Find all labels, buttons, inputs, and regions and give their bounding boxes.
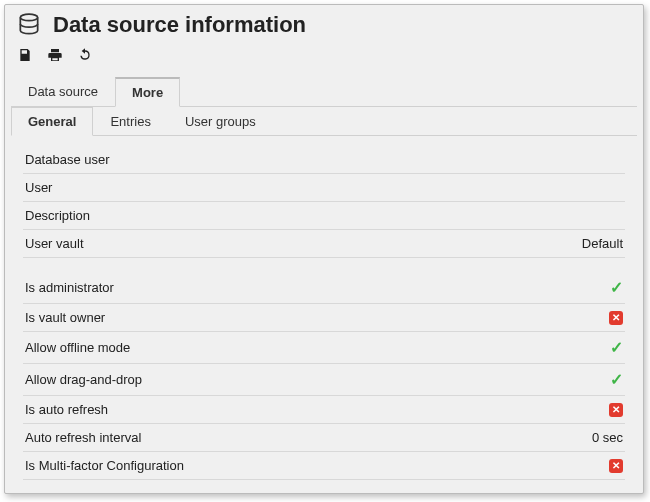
property-row-is-administrator: Is administrator✓ [23, 272, 625, 304]
property-row-is-auto-refresh: Is auto refresh✕ [23, 396, 625, 424]
tabs-secondary: GeneralEntriesUser groups [11, 107, 637, 136]
save-button[interactable] [15, 45, 35, 65]
database-icon [15, 11, 43, 39]
property-row-user-vault: User vaultDefault [23, 230, 625, 258]
property-label: Description [25, 208, 623, 223]
property-label: Auto refresh interval [25, 430, 592, 445]
refresh-button[interactable] [75, 45, 95, 65]
check-icon: ✓ [610, 370, 623, 389]
property-label: Is vault owner [25, 310, 609, 325]
deny-icon: ✕ [609, 403, 623, 417]
toolbar [5, 43, 643, 71]
property-row-allow-drag-and-drop: Allow drag-and-drop✓ [23, 364, 625, 396]
content-panel: Database userUserDescriptionUser vaultDe… [5, 136, 643, 484]
svg-point-0 [20, 14, 37, 21]
property-label: User [25, 180, 623, 195]
deny-icon: ✕ [609, 311, 623, 325]
tab-more[interactable]: More [115, 77, 180, 107]
property-row-is-multi-factor-configuration: Is Multi-factor Configuration✕ [23, 452, 625, 480]
property-label: Allow drag-and-drop [25, 372, 610, 387]
property-value: 0 sec [592, 430, 623, 445]
deny-icon: ✕ [609, 459, 623, 473]
property-row-description: Description [23, 202, 625, 230]
header: Data source information [5, 5, 643, 43]
property-label: Is administrator [25, 280, 610, 295]
window: Data source information Data sourceMore … [4, 4, 644, 494]
property-row-auto-refresh-interval: Auto refresh interval0 sec [23, 424, 625, 452]
property-label: User vault [25, 236, 582, 251]
property-label: Database user [25, 152, 623, 167]
print-button[interactable] [45, 45, 65, 65]
property-label: Allow offline mode [25, 340, 610, 355]
property-row-user: User [23, 174, 625, 202]
property-value: Default [582, 236, 623, 251]
property-row-database-user: Database user [23, 146, 625, 174]
check-icon: ✓ [610, 338, 623, 357]
property-row-allow-offline-mode: Allow offline mode✓ [23, 332, 625, 364]
tabs-primary: Data sourceMore [11, 77, 637, 107]
property-label: Is auto refresh [25, 402, 609, 417]
check-icon: ✓ [610, 278, 623, 297]
page-title: Data source information [53, 12, 306, 38]
subtab-entries[interactable]: Entries [93, 107, 167, 136]
tab-data-source[interactable]: Data source [11, 77, 115, 107]
subtab-user-groups[interactable]: User groups [168, 107, 273, 136]
subtab-general[interactable]: General [11, 107, 93, 136]
property-label: Is Multi-factor Configuration [25, 458, 609, 473]
property-row-is-vault-owner: Is vault owner✕ [23, 304, 625, 332]
